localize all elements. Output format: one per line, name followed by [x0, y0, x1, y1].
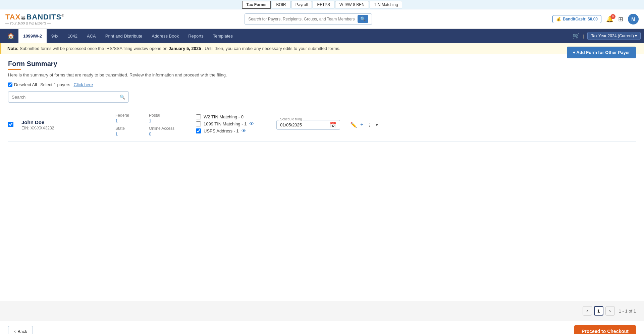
state-count-link[interactable]: 1: [115, 131, 118, 136]
table-row: John Doe EIN: XX-XXX3232 Federal 1 State…: [8, 108, 636, 142]
page-title: Form Summary: [8, 60, 636, 68]
expand-button[interactable]: ▾: [376, 122, 378, 127]
pagination-prev-button[interactable]: ‹: [583, 306, 592, 316]
more-options-button[interactable]: ⋮: [367, 121, 372, 128]
topbar-taxforms[interactable]: Tax Forms: [242, 1, 271, 9]
header-right: 💰 BanditCash: $0.00 🔔 0 ⊞ M: [552, 14, 639, 24]
bandit-cash-label: BanditCash: $0.00: [563, 17, 598, 21]
topbar-payroll[interactable]: Payroll: [291, 1, 312, 8]
w2-tin-checkbox[interactable]: [196, 114, 201, 119]
tax-year-button[interactable]: Tax Year 2024 (Current) ▾: [587, 32, 641, 40]
postal-count-link[interactable]: 1: [149, 118, 151, 123]
note-suffix: . Until then, you can make any necessary…: [202, 46, 340, 51]
row-checkbox-cell: [8, 108, 18, 142]
federal-state-cell: Federal 1 State 1: [112, 108, 146, 142]
nav-item-1042[interactable]: 1042: [63, 29, 82, 43]
schedule-filing-box: Schedule filing 01/05/2025 📅: [276, 120, 340, 130]
usps-checkbox[interactable]: [196, 128, 201, 133]
w2-tin-matching-row: W2 TIN Matching - 0: [196, 114, 270, 119]
select-row: Deselect All Select 1 payers Click here: [8, 82, 636, 87]
grid-menu-button[interactable]: ⊞: [618, 15, 623, 23]
topbar-tin-matching[interactable]: TIN Matching: [370, 1, 402, 8]
nav-item-address-book[interactable]: Address Book: [147, 29, 183, 43]
cart-icon: 🛒: [573, 33, 580, 40]
header-search-button[interactable]: 🔍: [358, 15, 368, 23]
postal-count: 1: [149, 118, 189, 123]
bandit-cash-button[interactable]: 💰 BanditCash: $0.00: [552, 15, 601, 23]
edit-button[interactable]: ✏️: [350, 122, 357, 128]
main-content: + Add Form for Other Payer Form Summary …: [0, 54, 644, 301]
search-input[interactable]: [12, 95, 120, 100]
checkout-button[interactable]: Proceed to Checkout: [574, 325, 636, 334]
deselect-all-label[interactable]: Deselect All: [8, 82, 37, 87]
federal-count-link[interactable]: 1: [115, 118, 118, 123]
topbar-boir[interactable]: BOIR: [272, 1, 290, 8]
usps-label: USPS Address - 1: [204, 128, 239, 133]
state-count: 1: [115, 131, 142, 136]
pagination-page-1-button[interactable]: 1: [594, 306, 603, 316]
click-here-link[interactable]: Click here: [74, 82, 93, 87]
federal-label: Federal: [115, 113, 142, 118]
schedule-cell: Schedule filing 01/05/2025 📅: [273, 108, 347, 142]
online-count: 0: [149, 131, 189, 136]
calendar-icon-button[interactable]: 📅: [330, 122, 336, 128]
deselect-all-text: Deselect All: [14, 82, 37, 87]
search-box: 🔍: [245, 13, 372, 25]
deselect-all-checkbox[interactable]: [8, 82, 12, 87]
pagination-next-button[interactable]: ›: [605, 306, 615, 316]
pagination-info: 1 - 1 of 1: [619, 309, 636, 314]
online-count-link[interactable]: 0: [149, 131, 151, 136]
header-search-area: 🔍: [71, 13, 546, 25]
tin1099-eye-icon[interactable]: 👁: [249, 121, 254, 126]
add-button[interactable]: +: [360, 122, 363, 128]
back-button[interactable]: < Back: [8, 326, 33, 334]
tin1099-label: 1099 TIN Matching - 1: [204, 121, 247, 126]
nav-item-aca[interactable]: ACA: [82, 29, 101, 43]
federal-count: 1: [115, 118, 142, 123]
tin1099-matching-row: 1099 TIN Matching - 1 👁: [196, 121, 270, 126]
nav-home-button[interactable]: 🏠: [3, 33, 18, 40]
usps-matching-row: USPS Address - 1 👁: [196, 128, 270, 133]
notification-button[interactable]: 🔔 0: [606, 15, 613, 23]
search-input-row: 🔍: [8, 91, 636, 103]
tin1099-checkbox[interactable]: [196, 121, 201, 126]
note-banner: Note: Submitted forms will be processed …: [0, 43, 644, 54]
add-form-button[interactable]: + Add Form for Other Payer: [567, 47, 636, 58]
note-date: January 5, 2025: [169, 46, 201, 51]
nav-item-94x[interactable]: 94x: [47, 29, 63, 43]
action-buttons: ✏️ + ⋮ ▾: [350, 121, 633, 128]
search-input-box: 🔍: [8, 91, 129, 103]
topbar-w9w8ben[interactable]: W-9/W-8 BEN: [335, 1, 369, 8]
logo-sub: — Your 1099 & W2 Experts —: [5, 21, 51, 25]
note-text: Submitted forms will be processed once t…: [20, 46, 169, 51]
pagination-row: ‹ 1 › 1 - 1 of 1: [0, 301, 644, 321]
top-bar: Tax Forms BOIR Payroll EFTPS W-9/W-8 BEN…: [0, 0, 644, 9]
state-label: State: [115, 126, 142, 131]
header-search-input[interactable]: [248, 17, 358, 21]
matching-cell: W2 TIN Matching - 0 1099 TIN Matching - …: [193, 108, 273, 142]
bandit-cash-icon: 💰: [556, 17, 561, 21]
action-cell: ✏️ + ⋮ ▾: [347, 108, 636, 142]
nav-divider: |: [583, 34, 584, 39]
topbar-eftps[interactable]: EFTPS: [313, 1, 334, 8]
nav-bar: 🏠 1099/W-2 94x 1042 ACA Print and Distri…: [0, 29, 644, 43]
usps-eye-icon[interactable]: 👁: [241, 128, 246, 133]
nav-item-print-distribute[interactable]: Print and Distribute: [101, 29, 147, 43]
schedule-date-value: 01/05/2025: [280, 122, 327, 127]
avatar-button[interactable]: M: [628, 14, 639, 24]
note-prefix: Note:: [7, 46, 18, 51]
logo-icon: TAX: [5, 13, 20, 21]
payer-info-cell: John Doe EIN: XX-XXX3232: [18, 108, 112, 142]
online-label: Online Access: [149, 126, 189, 131]
nav-item-reports[interactable]: Reports: [183, 29, 208, 43]
payer-table: John Doe EIN: XX-XXX3232 Federal 1 State…: [8, 108, 636, 142]
payer-name: John Doe: [21, 119, 109, 125]
search-input-icon: 🔍: [120, 95, 125, 100]
payer-checkbox[interactable]: [8, 122, 13, 127]
title-underline: [8, 69, 21, 70]
logo-text: TAX🦝BANDITS®: [5, 13, 64, 21]
w2-tin-label: W2 TIN Matching - 0: [204, 114, 244, 119]
nav-item-templates[interactable]: Templates: [208, 29, 237, 43]
nav-item-1099w2[interactable]: 1099/W-2: [18, 29, 47, 43]
logo-brand: BANDITS: [26, 13, 61, 21]
